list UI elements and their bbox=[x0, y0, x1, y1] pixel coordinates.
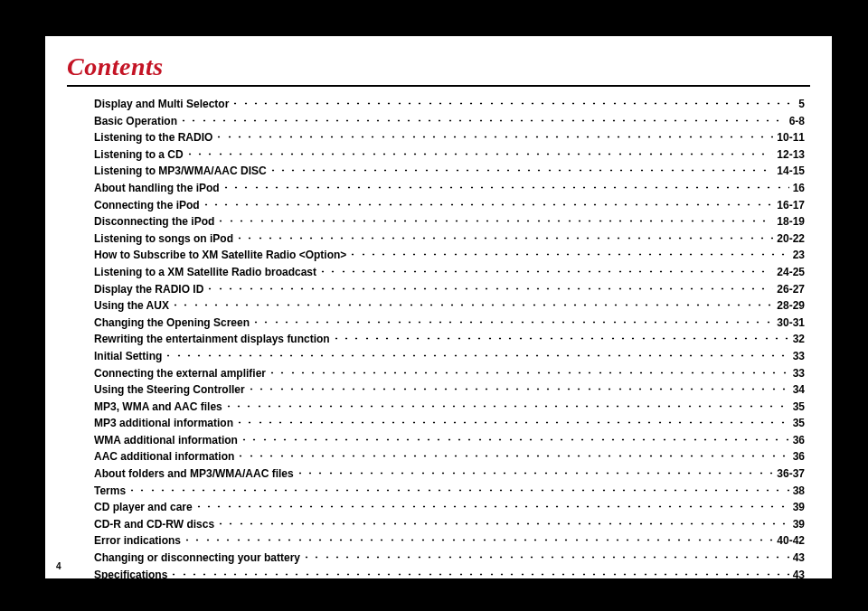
toc-page: 43 bbox=[793, 550, 805, 567]
table-of-contents: Display and Multi Selector5Basic Operati… bbox=[67, 96, 810, 583]
toc-label: Listening to songs on iPod bbox=[94, 230, 233, 248]
toc-leader-dots bbox=[249, 381, 789, 399]
toc-leader-dots bbox=[216, 129, 773, 146]
toc-row: Listening to the RADIO10-11 bbox=[94, 129, 805, 146]
toc-leader-dots bbox=[184, 532, 773, 550]
title-rule bbox=[67, 85, 810, 87]
toc-label: WMA additional information bbox=[94, 432, 238, 449]
toc-label: Rewriting the entertainment displays fun… bbox=[94, 331, 330, 348]
toc-page: 40-42 bbox=[777, 532, 805, 550]
toc-leader-dots bbox=[237, 415, 789, 432]
toc-page: 16-17 bbox=[777, 197, 805, 214]
toc-row: Listening to a XM Satellite Radio broadc… bbox=[94, 264, 805, 281]
toc-label: Changing or disconnecting your battery bbox=[94, 550, 300, 567]
toc-leader-dots bbox=[218, 516, 789, 533]
toc-label: Listening to the RADIO bbox=[94, 129, 212, 146]
toc-label: Display and Multi Selector bbox=[94, 96, 229, 113]
toc-label: How to Subscribe to XM Satellite Radio <… bbox=[94, 247, 346, 264]
toc-label: Using the Steering Controller bbox=[94, 381, 245, 399]
toc-label: Terms bbox=[94, 483, 126, 500]
toc-page: 20-22 bbox=[777, 230, 805, 248]
toc-label: Listening to a XM Satellite Radio broadc… bbox=[94, 264, 316, 281]
toc-row: Display the RADIO ID26-27 bbox=[94, 281, 805, 298]
toc-page: 32 bbox=[793, 331, 805, 348]
toc-leader-dots bbox=[237, 230, 773, 248]
toc-page: 38 bbox=[793, 483, 805, 500]
toc-page: 18-19 bbox=[777, 213, 805, 230]
toc-row: Error indications40-42 bbox=[94, 532, 805, 550]
toc-page: 34 bbox=[793, 381, 805, 399]
toc-row: Disconnecting the iPod18-19 bbox=[94, 213, 805, 230]
toc-label: Listening to MP3/WMA/AAC DISC bbox=[94, 163, 267, 180]
toc-leader-dots bbox=[350, 247, 788, 264]
toc-leader-dots bbox=[270, 163, 774, 180]
toc-row: Changing the Opening Screen30-31 bbox=[94, 315, 805, 332]
toc-leader-dots bbox=[253, 315, 773, 332]
toc-label: Basic Operation bbox=[94, 113, 177, 130]
toc-page: 39 bbox=[793, 499, 805, 516]
toc-label: Changing the Opening Screen bbox=[94, 315, 250, 332]
toc-label: Listening to a CD bbox=[94, 146, 184, 164]
toc-row: MP3, WMA and AAC files35 bbox=[94, 399, 805, 416]
toc-row: Connecting the iPod16-17 bbox=[94, 197, 805, 214]
toc-row: Changing or disconnecting your battery43 bbox=[94, 550, 805, 567]
toc-label: Connecting the external amplifier bbox=[94, 365, 266, 382]
toc-page: 35 bbox=[793, 415, 805, 432]
toc-leader-dots bbox=[171, 567, 788, 584]
toc-page: 30-31 bbox=[777, 315, 805, 332]
toc-row: Basic Operation6-8 bbox=[94, 113, 805, 130]
toc-row: Using the AUX28-29 bbox=[94, 297, 805, 315]
toc-page: 10-11 bbox=[777, 129, 805, 146]
toc-page: 43 bbox=[793, 567, 805, 584]
toc-page: 26-27 bbox=[777, 281, 805, 298]
toc-page: 28-29 bbox=[777, 297, 805, 315]
toc-row: CD-R and CD-RW discs39 bbox=[94, 516, 805, 533]
toc-page: 36-37 bbox=[777, 465, 805, 483]
toc-leader-dots bbox=[241, 432, 789, 449]
toc-page: 35 bbox=[793, 399, 805, 416]
toc-label: Using the AUX bbox=[94, 297, 169, 315]
toc-row: About folders and MP3/WMA/AAC files36-37 bbox=[94, 465, 805, 483]
toc-row: Listening to a CD12-13 bbox=[94, 146, 805, 164]
toc-row: Rewriting the entertainment displays fun… bbox=[94, 331, 805, 348]
toc-row: MP3 additional information35 bbox=[94, 415, 805, 432]
toc-row: Connecting the external amplifier33 bbox=[94, 365, 805, 382]
toc-leader-dots bbox=[297, 465, 774, 483]
toc-page: 24-25 bbox=[777, 264, 805, 281]
watermark: carmanualsonline.info bbox=[659, 586, 863, 609]
toc-page: 12-13 bbox=[777, 146, 805, 164]
toc-label: Initial Setting bbox=[94, 348, 162, 365]
toc-leader-dots bbox=[181, 113, 786, 130]
toc-leader-dots bbox=[218, 213, 773, 230]
toc-label: Specifications bbox=[94, 567, 167, 584]
toc-row: Initial Setting33 bbox=[94, 348, 805, 365]
toc-page: 33 bbox=[793, 348, 805, 365]
toc-page: 16 bbox=[793, 180, 805, 197]
toc-row: AAC additional information36 bbox=[94, 448, 805, 465]
toc-label: CD player and care bbox=[94, 499, 193, 516]
toc-row: Terms38 bbox=[94, 483, 805, 500]
toc-leader-dots bbox=[226, 399, 789, 416]
toc-page: 6-8 bbox=[789, 113, 805, 130]
toc-page: 39 bbox=[793, 516, 805, 533]
page-number: 4 bbox=[56, 561, 61, 571]
toc-row: Listening to MP3/WMA/AAC DISC14-15 bbox=[94, 163, 805, 180]
page-title: Contents bbox=[67, 52, 810, 81]
toc-leader-dots bbox=[165, 348, 788, 365]
toc-page: 36 bbox=[793, 432, 805, 449]
toc-leader-dots bbox=[334, 331, 789, 348]
toc-leader-dots bbox=[196, 499, 789, 516]
toc-leader-dots bbox=[187, 146, 774, 164]
toc-label: MP3, WMA and AAC files bbox=[94, 399, 222, 416]
toc-label: Display the RADIO ID bbox=[94, 281, 203, 298]
toc-leader-dots bbox=[223, 180, 789, 197]
toc-leader-dots bbox=[129, 483, 789, 500]
toc-page: 36 bbox=[793, 448, 805, 465]
toc-leader-dots bbox=[238, 448, 788, 465]
toc-page: 23 bbox=[793, 247, 805, 264]
toc-row: Using the Steering Controller34 bbox=[94, 381, 805, 399]
toc-row: About handling the iPod16 bbox=[94, 180, 805, 197]
toc-leader-dots bbox=[173, 297, 773, 315]
toc-leader-dots bbox=[207, 281, 773, 298]
toc-row: WMA additional information36 bbox=[94, 432, 805, 449]
